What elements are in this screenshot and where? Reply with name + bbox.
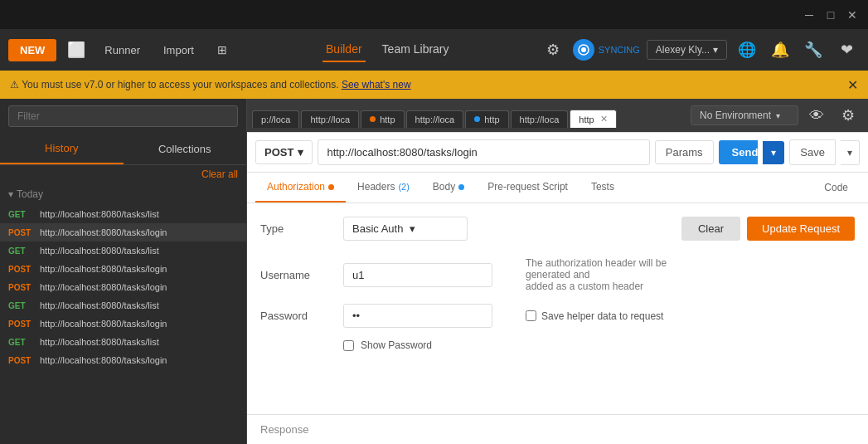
tab-close-icon[interactable]: ✕ — [600, 114, 608, 124]
url-input[interactable] — [318, 139, 649, 165]
username-row: Username The authorization header will b… — [260, 257, 855, 292]
user-menu-button[interactable]: Alexey Kly... ▾ — [647, 40, 727, 60]
save-helper-checkbox[interactable] — [526, 310, 536, 321]
tests-label: Tests — [591, 181, 614, 193]
settings2-icon[interactable]: ⚙ — [835, 102, 861, 129]
req-tab[interactable]: http://loca — [406, 110, 464, 128]
save-dropdown-button[interactable]: ▾ — [841, 140, 860, 165]
type-select[interactable]: Basic Auth ▾ — [343, 217, 468, 241]
maximize-button[interactable]: □ — [822, 6, 840, 24]
auth-tab-label: Authorization — [267, 181, 325, 193]
auth-dot — [328, 184, 334, 190]
list-item[interactable]: POST http://localhost:8080/tasks/login — [0, 351, 246, 369]
show-password-checkbox[interactable] — [343, 340, 354, 351]
req-tab[interactable]: http://loca — [511, 110, 569, 128]
search-input[interactable] — [8, 105, 238, 127]
req-tab-active[interactable]: http ✕ — [570, 110, 616, 128]
update-request-button[interactable]: Update Request — [747, 217, 855, 241]
password-input[interactable] — [343, 304, 492, 328]
type-label: Type — [260, 222, 335, 235]
list-item[interactable]: GET http://localhost:8080/tasks/list — [0, 296, 246, 315]
team-library-tab[interactable]: Team Library — [379, 37, 453, 62]
username-input[interactable] — [343, 263, 492, 287]
heart-icon[interactable]: ❤ — [833, 37, 860, 63]
globe-icon[interactable]: 🌐 — [734, 37, 760, 63]
req-tab[interactable]: p://loca — [252, 110, 299, 128]
clear-all-button[interactable]: Clear all — [0, 165, 246, 183]
list-item[interactable]: POST http://localhost:8080/tasks/login — [0, 315, 246, 333]
method-post-badge: POST — [8, 283, 40, 292]
save-helper-label: Save helper data to request — [541, 310, 663, 322]
history-url: http://localhost:8080/tasks/login — [40, 227, 167, 237]
new-button[interactable]: NEW — [8, 39, 56, 61]
headers-tab[interactable]: Headers (2) — [346, 173, 421, 202]
body-tab[interactable]: Body — [421, 173, 476, 202]
clear-button[interactable]: Clear — [681, 217, 740, 241]
save-button[interactable]: Save — [789, 139, 836, 165]
req-tab[interactable]: http — [361, 110, 404, 128]
action-buttons: Clear Update Request — [681, 217, 855, 241]
authorization-tab[interactable]: Authorization — [255, 173, 346, 202]
collections-tab[interactable]: Collections — [124, 134, 247, 164]
close-button[interactable]: ✕ — [843, 6, 861, 24]
wrench-icon[interactable]: 🔧 — [800, 37, 827, 63]
warning-banner: ⚠ You must use v7.0 or higher to access … — [0, 71, 868, 99]
req-tab[interactable]: http — [465, 110, 508, 128]
main-layout: History Collections Clear all ▾ Today GE… — [0, 99, 868, 444]
settings-icon[interactable]: ⚙ — [540, 37, 566, 63]
params-button[interactable]: Params — [655, 140, 714, 164]
prerequest-label: Pre-request Script — [487, 181, 568, 193]
send-dropdown-button[interactable]: ▾ — [763, 141, 784, 164]
bell-icon[interactable]: 🔔 — [767, 37, 793, 63]
auth-tabs-bar: Authorization Headers (2) Body Pre-reque… — [247, 173, 868, 203]
url-bar: POST ▾ Params Send ▾ Save ▾ — [247, 133, 868, 173]
history-tab[interactable]: History — [0, 134, 124, 164]
eye-icon[interactable]: 👁 — [803, 102, 830, 129]
new-tab-button[interactable]: ⊞ — [209, 37, 235, 63]
tests-tab[interactable]: Tests — [579, 173, 626, 202]
minimize-button[interactable]: ─ — [800, 6, 818, 24]
list-item[interactable]: GET http://localhost:8080/tasks/list — [0, 205, 246, 223]
list-item[interactable]: POST http://localhost:8080/tasks/login — [0, 223, 246, 242]
list-item[interactable]: POST http://localhost:8080/tasks/login — [0, 278, 246, 296]
user-dropdown-icon: ▾ — [713, 44, 718, 56]
headers-badge: (2) — [398, 182, 409, 192]
req-tab[interactable]: http://loca — [301, 110, 359, 128]
method-get-badge: GET — [8, 210, 40, 219]
builder-tab[interactable]: Builder — [322, 37, 366, 62]
list-item[interactable]: GET http://localhost:8080/tasks/list — [0, 333, 246, 351]
code-button[interactable]: Code — [812, 173, 860, 202]
runner-button[interactable]: Runner — [96, 39, 148, 61]
history-url: http://localhost:8080/tasks/login — [40, 319, 167, 329]
request-panel: p://loca http://loca http http://loca ht… — [247, 99, 868, 444]
send-button[interactable]: Send — [719, 140, 759, 164]
import-button[interactable]: Import — [155, 39, 202, 61]
title-bar: ─ □ ✕ — [0, 0, 868, 29]
list-item[interactable]: GET http://localhost:8080/tasks/list — [0, 242, 246, 260]
method-post-badge: POST — [8, 265, 40, 274]
tab-dot — [370, 116, 376, 122]
type-value: Basic Auth — [352, 222, 403, 235]
env-label: No Environment — [700, 110, 771, 121]
method-post-badge: POST — [8, 228, 40, 237]
warning-close-button[interactable]: ✕ — [847, 77, 858, 93]
save-helper-row: Save helper data to request — [526, 310, 663, 322]
type-row: Type Basic Auth ▾ Clear Update Request — [260, 217, 855, 241]
warning-link[interactable]: See what's new — [342, 79, 411, 90]
today-chevron[interactable]: ▾ — [8, 188, 13, 200]
layout-icon[interactable]: ⬜ — [63, 37, 90, 63]
list-item[interactable]: POST http://localhost:8080/tasks/login — [0, 260, 246, 278]
history-url: http://localhost:8080/tasks/login — [40, 264, 167, 274]
history-url: http://localhost:8080/tasks/list — [40, 337, 159, 347]
body-dot — [458, 184, 464, 190]
toolbar: NEW ⬜ Runner Import ⊞ Builder Team Libra… — [0, 29, 868, 71]
show-password-label: Show Password — [361, 339, 432, 351]
prerequest-tab[interactable]: Pre-request Script — [476, 173, 579, 202]
auth-content: Type Basic Auth ▾ Clear Update Request U… — [247, 203, 868, 414]
warning-text: ⚠ You must use v7.0 or higher to access … — [10, 79, 411, 90]
env-selector[interactable]: No Environment ▾ — [691, 105, 798, 125]
sync-icon — [573, 39, 594, 61]
user-label: Alexey Kly... — [656, 44, 710, 56]
method-select[interactable]: POST ▾ — [255, 140, 313, 164]
password-row: Password Save helper data to request — [260, 304, 855, 328]
